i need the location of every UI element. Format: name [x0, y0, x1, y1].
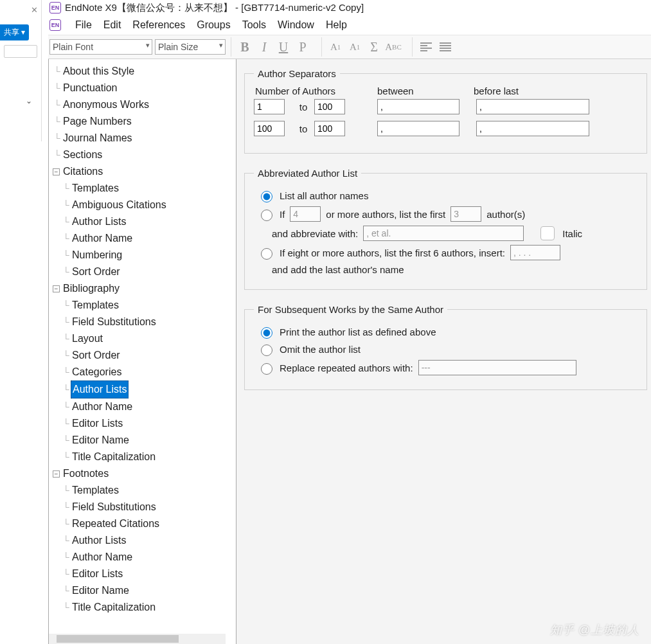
share-label: 共享	[4, 28, 19, 37]
tree-item[interactable]: └Author Name	[53, 549, 236, 566]
tree-item[interactable]: └Author Name	[53, 230, 236, 247]
tree-item[interactable]: └Ambiguous Citations	[53, 197, 236, 213]
italic-label: Italic	[562, 228, 582, 239]
menu-window[interactable]: Window	[278, 19, 314, 31]
omit-radio[interactable]	[261, 344, 272, 356]
tree-item[interactable]: └Sections	[53, 147, 236, 163]
replace-label: Replace repeated authors with:	[280, 362, 413, 373]
tree-item[interactable]: └Punctuation	[53, 80, 236, 96]
align-left-button[interactable]	[416, 37, 436, 57]
col-number: Number of Authors	[255, 85, 377, 96]
smallcaps-button[interactable]: ABC	[384, 37, 403, 57]
tree-item[interactable]: └Layout	[53, 330, 236, 347]
from-1-input[interactable]	[254, 99, 285, 114]
close-icon[interactable]: ✕	[31, 5, 38, 15]
tree-item[interactable]: −Citations	[53, 163, 236, 180]
print-label: Print the author list as defined above	[280, 326, 436, 337]
italic-checkbox[interactable]	[540, 226, 555, 240]
abbrev-legend: Abbreviated Author List	[254, 168, 361, 179]
tree-item[interactable]: └Templates	[53, 482, 236, 499]
to-2-input[interactable]	[314, 121, 345, 136]
menu-file[interactable]: File	[75, 19, 92, 31]
menu-groups[interactable]: Groups	[197, 19, 230, 31]
superscript-button[interactable]: A1	[326, 37, 345, 57]
caret-down-icon[interactable]: ⌄	[26, 96, 32, 105]
mini-box	[4, 45, 37, 58]
symbol-button[interactable]: Σ	[364, 37, 384, 57]
tree-item[interactable]: └Author Name	[53, 398, 236, 415]
between-2-input[interactable]	[377, 121, 459, 136]
tree-panel: └About this Style└Punctuation└Anonymous …	[49, 59, 236, 644]
tree-item[interactable]: −Footnotes	[53, 465, 236, 482]
before-2-input[interactable]	[476, 121, 589, 136]
tree-item[interactable]: └Editor Name	[53, 582, 236, 599]
tree-item[interactable]: └Editor Name	[53, 432, 236, 449]
to-label: to	[294, 123, 313, 134]
if-eight-label: If eight or more authors, list the first…	[280, 247, 505, 258]
before-1-input[interactable]	[476, 99, 589, 114]
tree-item[interactable]: └Anonymous Works	[53, 96, 236, 113]
doc-icon: EN	[49, 19, 61, 31]
app-icon: EN	[49, 2, 61, 13]
tree-item[interactable]: └Field Substitutions	[53, 499, 236, 515]
tree-item[interactable]: └Page Numbers	[53, 113, 236, 130]
tree-item[interactable]: └Author Lists	[53, 532, 236, 549]
list-all-radio[interactable]	[261, 191, 272, 202]
size-select[interactable]: Plain Size	[155, 39, 226, 55]
content-panel: Author Separators Number of Authors betw…	[236, 59, 651, 644]
tree-item[interactable]: −Bibliography	[53, 280, 236, 297]
tree-item[interactable]: └Editor Lists	[53, 415, 236, 432]
if-eight-radio[interactable]	[261, 248, 272, 260]
underline-button[interactable]: U	[274, 37, 293, 57]
replace-radio[interactable]	[261, 363, 272, 375]
tree-item[interactable]: └Field Substitutions	[53, 314, 236, 330]
tree-item[interactable]: └Journal Names	[53, 130, 236, 147]
abbreviated-list-group: Abbreviated Author List List all author …	[244, 168, 647, 290]
tree-item[interactable]: └Title Capitalization	[53, 599, 236, 616]
menu-help[interactable]: Help	[326, 19, 347, 31]
replace-input	[418, 360, 576, 375]
toolbar: Plain Font Plain Size B I U P A1 A1 Σ AB…	[48, 35, 651, 59]
tree-item[interactable]: └Templates	[53, 297, 236, 314]
align-justify-button[interactable]	[436, 37, 455, 57]
menu-references[interactable]: References	[132, 19, 185, 31]
if-label: If	[280, 209, 285, 220]
if-n-radio[interactable]	[261, 210, 272, 221]
italic-button[interactable]: I	[254, 37, 274, 57]
col-before: before last	[474, 85, 596, 96]
watermark: 知乎 @上坡的人	[550, 622, 639, 638]
tree-item[interactable]: └Repeated Citations	[53, 515, 236, 532]
to-label: to	[294, 102, 313, 112]
titlebar: EN EndNote X9【微信公众号：从来不想】 - [GBT7714-num…	[48, 0, 651, 15]
tree-item[interactable]: └Editor Lists	[53, 566, 236, 582]
menu-edit[interactable]: Edit	[103, 19, 121, 31]
to-1-input[interactable]	[314, 99, 345, 114]
font-select[interactable]: Plain Font	[49, 39, 152, 55]
tree-item[interactable]: └Author Lists	[53, 380, 236, 398]
tree-item[interactable]: └Numbering	[53, 247, 236, 264]
tree-item[interactable]: └About this Style	[53, 63, 236, 80]
if-mid-label: or more authors, list the first	[326, 209, 445, 220]
if-eight-tail-label: and add the last author's name	[272, 264, 404, 275]
list-all-label: List all author names	[280, 190, 368, 201]
if-tail-label: author(s)	[486, 209, 525, 220]
plain-button[interactable]: P	[293, 37, 312, 57]
bold-button[interactable]: B	[235, 37, 254, 57]
tree-item[interactable]: └Title Capitalization	[53, 449, 236, 465]
tree-item[interactable]: └Templates	[53, 180, 236, 197]
tree-item[interactable]: └Sort Order	[53, 264, 236, 280]
menu-tools[interactable]: Tools	[242, 19, 266, 31]
abbrev-with-label: and abbreviate with:	[272, 228, 358, 239]
subscript-button[interactable]: A1	[345, 37, 364, 57]
style-tree[interactable]: └About this Style└Punctuation└Anonymous …	[49, 59, 236, 644]
if-n1-input	[290, 206, 321, 222]
abbrev-with-input	[363, 226, 524, 241]
from-2-input[interactable]	[254, 121, 285, 136]
between-1-input[interactable]	[377, 99, 459, 114]
print-radio[interactable]	[261, 327, 272, 339]
share-button[interactable]: 共享 ▾	[0, 24, 29, 40]
tree-item[interactable]: └Sort Order	[53, 347, 236, 364]
horizontal-scrollbar[interactable]	[49, 634, 226, 644]
tree-item[interactable]: └Author Lists	[53, 213, 236, 230]
tree-item[interactable]: └Categories	[53, 364, 236, 380]
